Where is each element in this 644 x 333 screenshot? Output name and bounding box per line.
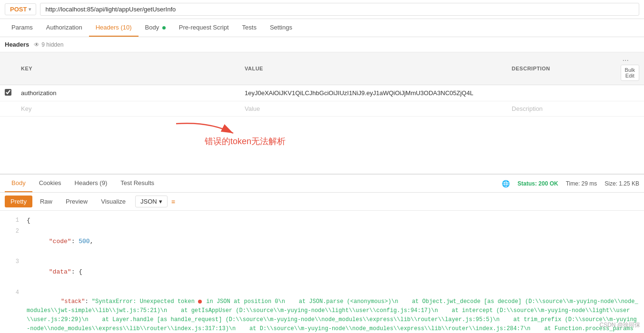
code-area: 1 { 2 "code": 500, 3 "data": { 4 "stack"… bbox=[0, 211, 644, 333]
content-tab-pretty[interactable]: Pretty bbox=[5, 196, 32, 207]
row-value: 1eyJ0eXAiOiJKV1QiLCJhbGciOiJIUzI1NiJ9.ey… bbox=[240, 85, 507, 101]
method-select[interactable]: POST ▾ bbox=[5, 3, 36, 15]
tab-tests[interactable]: Tests bbox=[236, 19, 263, 37]
content-tab-raw[interactable]: Raw bbox=[34, 196, 58, 207]
headers-label: Headers bbox=[5, 41, 29, 48]
annotation-area: 错误的token无法解析 bbox=[0, 117, 644, 174]
response-tab-bar: Body Cookies Headers (9) Test Results 🌐 … bbox=[0, 174, 644, 193]
code-line-3: 3 "data": { bbox=[0, 257, 644, 287]
body-dot-indicator bbox=[162, 26, 166, 29]
th-key: KEY bbox=[16, 52, 240, 85]
response-tab-test-results[interactable]: Test Results bbox=[114, 175, 161, 192]
headers-table: KEY VALUE DESCRIPTION ··· Bulk Edit auth… bbox=[0, 52, 644, 117]
content-tab-preview[interactable]: Preview bbox=[60, 196, 93, 207]
code-line-1: 1 { bbox=[0, 215, 644, 226]
row-checkbox-cell[interactable] bbox=[0, 85, 16, 101]
th-checkbox bbox=[0, 52, 16, 85]
size-text: Size: 1.25 KB bbox=[604, 180, 639, 187]
table-row: authorization 1eyJ0eXAiOiJKV1QiLCJhbGciO… bbox=[0, 85, 644, 101]
globe-icon: 🌐 bbox=[502, 180, 510, 187]
empty-checkbox-cell bbox=[0, 101, 16, 117]
request-tab-bar: Params Authorization Headers (10) Body P… bbox=[0, 19, 644, 37]
json-format-select[interactable]: JSON ▾ bbox=[135, 196, 168, 207]
row-key: authorization bbox=[16, 85, 240, 101]
response-tab-cookies[interactable]: Cookies bbox=[32, 175, 68, 192]
empty-value[interactable]: Value bbox=[240, 101, 507, 117]
code-line-2: 2 "code": 500, bbox=[0, 226, 644, 257]
bulk-edit-button[interactable]: Bulk Edit bbox=[621, 65, 639, 81]
chevron-down-icon: ▾ bbox=[159, 198, 162, 205]
empty-key[interactable]: Key bbox=[16, 101, 240, 117]
response-tab-body[interactable]: Body bbox=[5, 175, 32, 192]
tab-settings[interactable]: Settings bbox=[263, 19, 299, 37]
tab-params[interactable]: Params bbox=[5, 19, 40, 37]
content-tab-bar: Pretty Raw Preview Visualize JSON ▾ ≡ bbox=[0, 193, 644, 211]
dots-menu-button[interactable]: ··· bbox=[621, 56, 631, 65]
content-tab-visualize[interactable]: Visualize bbox=[95, 196, 131, 207]
filter-icon[interactable]: ≡ bbox=[171, 198, 175, 206]
status-text: Status: 200 OK bbox=[517, 180, 558, 187]
url-bar: POST ▾ bbox=[0, 0, 644, 19]
empty-actions bbox=[616, 101, 644, 117]
headers-section: Headers 👁 9 hidden bbox=[0, 37, 644, 52]
code-line-4: 4 "stack": "SyntaxError: Unexpected toke… bbox=[0, 288, 644, 333]
response-tab-headers[interactable]: Headers (9) bbox=[68, 175, 114, 192]
row-description bbox=[507, 85, 616, 101]
time-text: Time: 29 ms bbox=[566, 180, 597, 187]
tab-body[interactable]: Body bbox=[139, 19, 172, 37]
tab-authorization[interactable]: Authorization bbox=[40, 19, 89, 37]
chevron-down-icon: ▾ bbox=[29, 7, 31, 12]
th-actions: ··· Bulk Edit bbox=[616, 52, 644, 85]
status-bar: 🌐 Status: 200 OK Time: 29 ms Size: 1.25 … bbox=[502, 180, 639, 187]
th-description: DESCRIPTION bbox=[507, 52, 616, 85]
row-actions bbox=[616, 85, 644, 101]
eye-icon: 👁 bbox=[34, 41, 40, 48]
empty-description[interactable]: Description bbox=[507, 101, 616, 117]
tab-headers[interactable]: Headers (10) bbox=[89, 19, 139, 37]
url-input[interactable] bbox=[40, 3, 639, 16]
tab-pre-request[interactable]: Pre-request Script bbox=[172, 19, 236, 37]
hidden-count: 👁 9 hidden bbox=[34, 41, 63, 48]
method-label: POST bbox=[10, 6, 27, 13]
watermark: CSDN @徐同保 bbox=[599, 321, 640, 329]
table-empty-row: Key Value Description bbox=[0, 101, 644, 117]
error-annotation-text: 错误的token无法解析 bbox=[205, 136, 286, 147]
th-value: VALUE bbox=[240, 52, 507, 85]
row-checkbox[interactable] bbox=[5, 89, 11, 96]
